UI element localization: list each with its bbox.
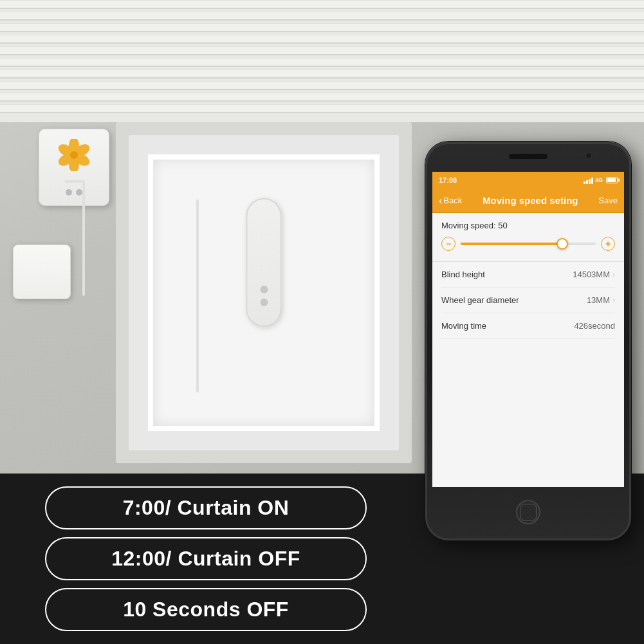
slider-fill xyxy=(461,243,562,245)
phone-camera xyxy=(585,152,592,159)
wheel-gear-row[interactable]: Wheel gear diameter 13MM › xyxy=(441,288,615,313)
speed-label: Moving speed: 50 xyxy=(441,221,615,230)
wheel-gear-chevron-icon: › xyxy=(612,296,615,305)
status-time: 17:08 xyxy=(439,176,457,184)
phone-home-button[interactable] xyxy=(516,500,540,524)
battery-icon xyxy=(606,177,618,183)
moving-time-value: 426second xyxy=(574,321,615,331)
wheel-gear-label: Wheel gear diameter xyxy=(441,295,519,305)
slider-decrease-button[interactable]: − xyxy=(441,237,455,251)
schedule-button-3[interactable]: 10 Seconds OFF xyxy=(45,588,367,631)
venetian-blinds xyxy=(0,0,644,122)
blind-height-chevron-icon: › xyxy=(612,270,615,279)
screen-title: Moving speed seting xyxy=(483,195,578,206)
slider-increase-button[interactable]: + xyxy=(601,237,615,251)
app-header: ‹ Back Moving speed seting Save xyxy=(432,189,624,213)
motor-device xyxy=(39,129,109,206)
network-label: 4G xyxy=(595,177,603,183)
moving-time-row[interactable]: Moving time 426second xyxy=(441,313,615,339)
slider-thumb[interactable] xyxy=(557,238,568,250)
status-bar: 17:08 4G xyxy=(432,172,624,189)
save-button[interactable]: Save xyxy=(598,196,618,205)
back-button[interactable]: ‹ Back xyxy=(439,195,462,207)
back-label: Back xyxy=(443,196,462,205)
blind-height-row[interactable]: Blind height 14503MM › xyxy=(441,262,615,288)
blind-handle xyxy=(246,198,282,327)
cable-horizontal xyxy=(64,180,84,183)
back-chevron-icon: ‹ xyxy=(439,195,442,207)
phone-screen: 17:08 4G ‹ B xyxy=(432,172,624,487)
wheel-gear-value: 13MM › xyxy=(587,295,615,305)
schedule-button-2[interactable]: 12:00/ Curtain OFF xyxy=(45,537,367,580)
speed-slider-row: − + xyxy=(441,237,615,251)
signal-icon xyxy=(584,176,593,184)
hub-device xyxy=(13,244,71,299)
blind-height-label: Blind height xyxy=(441,270,485,279)
phone-speaker xyxy=(509,154,547,159)
phone: 17:08 4G ‹ B xyxy=(425,142,631,540)
app-content: Moving speed: 50 − + Blind height 14503M… xyxy=(432,213,624,347)
status-icons: 4G xyxy=(584,176,618,184)
slider-track[interactable] xyxy=(461,243,596,245)
window xyxy=(116,122,412,463)
schedule-button-1[interactable]: 7:00/ Curtain ON xyxy=(45,486,367,529)
phone-home-inner-icon xyxy=(520,504,537,520)
cable-vertical xyxy=(82,180,85,296)
moving-time-label: Moving time xyxy=(441,321,486,331)
svg-point-7 xyxy=(70,151,78,159)
schedule-buttons-container: 7:00/ Curtain ON 12:00/ Curtain OFF 10 S… xyxy=(0,474,412,644)
blind-height-value: 14503MM › xyxy=(573,270,615,279)
cable-right-vertical xyxy=(196,199,199,392)
